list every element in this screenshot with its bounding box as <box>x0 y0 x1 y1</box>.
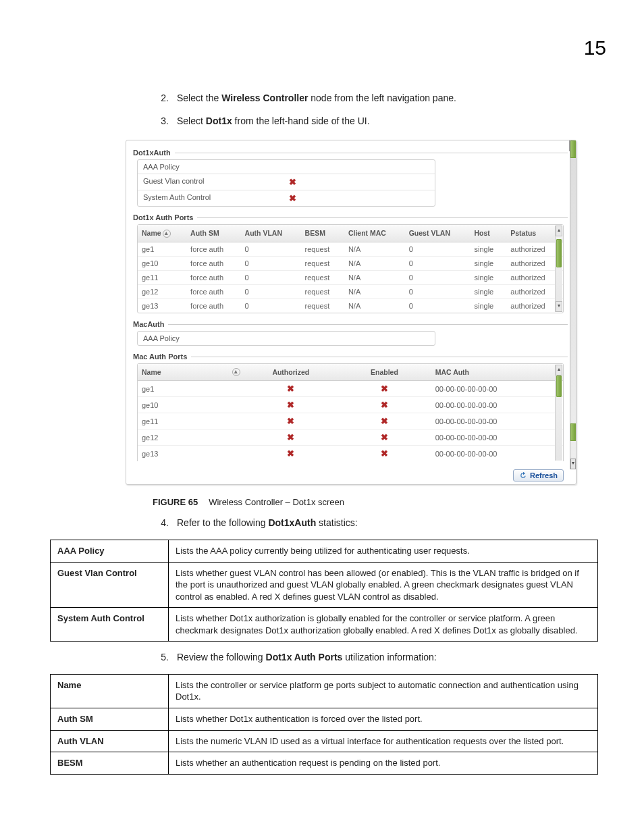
divider <box>168 324 568 325</box>
col-authvlan[interactable]: Auth VLAN <box>241 225 301 242</box>
step-text: Review the following Dot1x Auth Ports ut… <box>177 651 437 664</box>
bold-term: Dot1x <box>206 115 232 126</box>
col-enabled[interactable]: Enabled <box>338 364 431 381</box>
table-row[interactable]: ge10✖✖00-00-00-00-00-00 <box>138 397 563 413</box>
dot1x-ports-info-table: NameLists the controller or service plat… <box>50 674 598 775</box>
macauth-summary-panel: AAA Policy <box>137 331 435 346</box>
cell: 0 <box>241 271 301 285</box>
col-name[interactable]: Name ▴ <box>138 364 244 381</box>
cell: 0 <box>241 285 301 299</box>
cell: 0 <box>405 242 471 257</box>
table-row[interactable]: ge10force auth0requestN/A0singleauthoriz… <box>138 257 563 271</box>
cell: ge1 <box>138 242 186 257</box>
scroll-thumb[interactable] <box>556 239 562 267</box>
cell: ge1 <box>138 381 244 397</box>
col-host[interactable]: Host <box>470 225 506 242</box>
scroll-down-icon[interactable]: ▾ <box>556 301 562 312</box>
step-number: 4. <box>153 517 169 530</box>
table-scrollbar[interactable]: ▴ <box>555 365 562 461</box>
outer-scrollbar[interactable]: ▾ <box>570 140 576 469</box>
divider <box>191 357 568 357</box>
refresh-button[interactable]: Refresh <box>513 469 564 481</box>
table-row[interactable]: ge12force auth0requestN/A0singleauthoriz… <box>138 285 563 299</box>
bold-term: Wireless Controller <box>221 93 308 103</box>
col-label: Name <box>142 368 161 376</box>
kv-key: Guest Vlan control <box>138 174 284 190</box>
table-row[interactable]: ge1✖✖00-00-00-00-00-00 <box>138 381 563 397</box>
col-macauth[interactable]: MAC Auth <box>431 364 563 381</box>
scroll-thumb[interactable] <box>570 423 576 441</box>
table-scrollbar[interactable]: ▴ ▾ <box>555 226 562 312</box>
step-number: 3. <box>153 115 169 128</box>
scroll-thumb[interactable] <box>570 140 576 158</box>
kv-value: ✖ <box>284 174 435 190</box>
refresh-label: Refresh <box>530 471 558 479</box>
cell: ge12 <box>138 285 186 299</box>
mac-ports-table-wrap: Name ▴ Authorized Enabled MAC Auth ge1✖✖… <box>137 363 564 461</box>
col-name[interactable]: Name▴ <box>138 225 186 242</box>
table-row[interactable]: ge13✖✖00-00-00-00-00-00 <box>138 446 563 462</box>
definition: Lists the numeric VLAN ID used as a virt… <box>169 730 598 752</box>
text: Select the <box>177 93 221 103</box>
cell: 00-00-00-00-00-00 <box>431 413 563 429</box>
text: Select <box>177 115 206 126</box>
figure-title: Wireless Controller – Dot1x screen <box>209 497 344 507</box>
kv-row-aaa-policy: AAA Policy <box>138 160 435 174</box>
x-icon: ✖ <box>287 384 294 394</box>
scroll-up-icon[interactable]: ▴ <box>556 365 562 375</box>
step-text: Select Dot1x from the left-hand side of … <box>177 115 370 128</box>
section-title: Mac Auth Ports <box>133 353 187 361</box>
table-row[interactable]: ge13force auth0requestN/A0singleauthoriz… <box>138 299 563 313</box>
cell: ge13 <box>138 299 186 313</box>
cell: ge10 <box>138 257 186 271</box>
table-row[interactable]: ge1force auth0requestN/A0singleauthorize… <box>138 242 563 257</box>
x-icon: ✖ <box>287 432 294 442</box>
cell: 0 <box>241 299 301 313</box>
x-icon: ✖ <box>381 400 388 410</box>
col-clientmac[interactable]: Client MAC <box>344 225 405 242</box>
text: node from the left navigation pane. <box>308 93 456 103</box>
x-icon: ✖ <box>287 400 294 410</box>
cell: ✖ <box>338 381 431 397</box>
refresh-icon <box>519 471 527 479</box>
scroll-down-icon[interactable]: ▾ <box>570 459 576 469</box>
scroll-thumb[interactable] <box>556 375 562 397</box>
cell: N/A <box>344 299 405 313</box>
cell: ✖ <box>244 397 338 413</box>
bold-term: Dot1x Auth Ports <box>266 652 343 662</box>
table-row: Auth VLANLists the numeric VLAN ID used … <box>51 730 598 752</box>
step-text: Select the Wireless Controller node from… <box>177 92 456 105</box>
cell: 0 <box>405 285 471 299</box>
refresh-bar: Refresh <box>126 468 570 484</box>
text: statistics: <box>316 517 357 528</box>
definition: Lists the AAA policy currently being uti… <box>169 540 598 563</box>
col-authsm[interactable]: Auth SM <box>186 225 240 242</box>
step-4: 4. Refer to the following Dot1xAuth stat… <box>153 517 606 530</box>
sort-asc-icon[interactable]: ▴ <box>163 230 171 238</box>
table-row[interactable]: ge11force auth0requestN/A0singleauthoriz… <box>138 271 563 285</box>
table-row: Guest Vlan ControlLists whether guest VL… <box>51 562 598 608</box>
scroll-up-icon[interactable]: ▴ <box>556 226 562 236</box>
table-row[interactable]: ge11✖✖00-00-00-00-00-00 <box>138 413 563 429</box>
sort-asc-icon[interactable]: ▴ <box>232 368 240 376</box>
kv-key: AAA Policy <box>138 160 284 174</box>
x-icon: ✖ <box>381 432 388 442</box>
kv-row-sys-auth: System Auth Control ✖ <box>138 190 435 206</box>
term: Auth SM <box>51 708 169 730</box>
col-besm[interactable]: BESM <box>301 225 344 242</box>
col-authorized[interactable]: Authorized <box>244 364 338 381</box>
cell: request <box>301 257 344 271</box>
cell: 0 <box>241 242 301 257</box>
term: Name <box>51 674 169 708</box>
text: utilization information: <box>342 652 436 662</box>
cell: force auth <box>186 271 240 285</box>
cell: ✖ <box>244 429 338 446</box>
term: System Auth Control <box>51 608 169 642</box>
dot1xauth-summary-panel: AAA Policy Guest Vlan control ✖ System A… <box>137 159 435 207</box>
col-guestvlan[interactable]: Guest VLAN <box>405 225 471 242</box>
table-row[interactable]: ge12✖✖00-00-00-00-00-00 <box>138 429 563 446</box>
kv-value <box>284 332 435 345</box>
cell: request <box>301 299 344 313</box>
kv-value <box>284 160 435 174</box>
bold-term: Dot1xAuth <box>268 517 316 528</box>
